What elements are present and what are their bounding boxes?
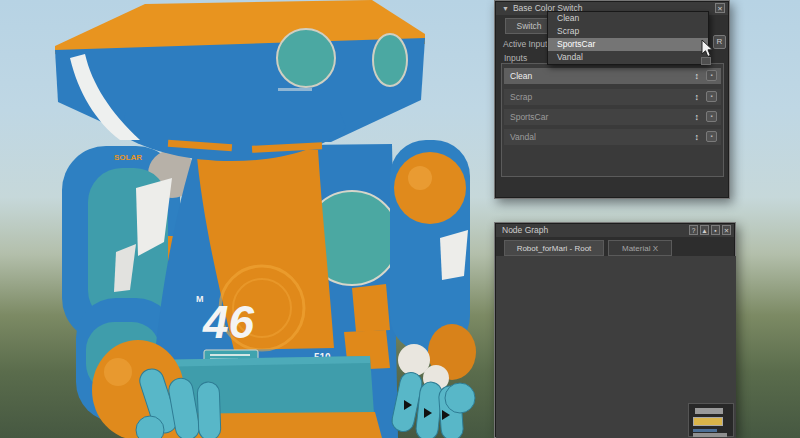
base-color-switch-panel: ▼Base Color Switch ✕ Switch Active Input… [494,0,730,199]
dropdown-item-vandal[interactable]: Vandal [548,51,708,64]
collapse-triangle-icon[interactable]: ▼ [502,5,509,12]
robot-right-arm[interactable] [390,140,476,438]
robot-head[interactable] [55,0,425,161]
row-menu-button[interactable]: ▪ [706,70,717,81]
arm-decal-text: SOLAR [114,153,142,162]
active-input-dropdown: Clean Scrap SportsCar Vandal [547,11,709,65]
inputs-groupbox: Clean ↕ ▪ Scrap ↕ ▪ SportsCar ↕ ▪ Vandal… [501,63,724,177]
race-number-decal: 46 [202,296,255,348]
help-icon[interactable]: ? [689,225,698,235]
dropdown-grip[interactable] [701,57,711,65]
input-row-sportscar[interactable]: SportsCar ↕ ▪ [504,109,721,125]
tab-robot-formari-root[interactable]: Robot_forMari - Root [504,240,604,256]
node-graph-minimap[interactable] [688,403,734,437]
spinner-icon[interactable]: ↕ [695,109,700,125]
input-row-label: Scrap [510,92,532,102]
row-menu-button[interactable]: ▪ [706,131,717,142]
input-row-label: Vandal [510,132,536,142]
reset-button[interactable]: R [713,35,726,49]
input-row-label: SportsCar [510,112,548,122]
node-graph-tabbar: Robot_forMari - Root Material X [496,237,734,257]
active-input-label: Active Input [503,39,547,49]
tab-switch[interactable]: Switch [505,18,553,34]
node-graph-titlebar[interactable]: Node Graph [496,224,734,237]
input-row-vandal[interactable]: Vandal ↕ ▪ [504,129,721,145]
dropdown-item-clean[interactable]: Clean [548,12,708,25]
close-icon[interactable]: ✕ [715,3,725,13]
app-window: SOLAR M 46 510 [0,0,800,438]
dropdown-item-scrap[interactable]: Scrap [548,25,708,38]
spinner-icon[interactable]: ↕ [695,68,700,84]
3d-viewport[interactable]: SOLAR M 46 510 [0,0,480,438]
input-row-scrap[interactable]: Scrap ↕ ▪ [504,89,721,105]
spinner-icon[interactable]: ↕ [695,89,700,105]
input-row-label: Clean [510,71,532,81]
inputs-label: Inputs [504,53,527,63]
node-graph-panel: Node Graph ? ▲ ▪ ✕ Robot_forMari - Root … [494,222,736,438]
dropdown-item-sportscar[interactable]: SportsCar [548,38,708,51]
pin-icon[interactable]: ▲ [700,225,709,235]
tab-material-x[interactable]: Material X [608,240,672,256]
mouse-cursor [701,39,714,58]
row-menu-button[interactable]: ▪ [706,111,717,122]
node-graph-title: Node Graph [502,225,548,235]
close-icon[interactable]: ✕ [722,225,731,235]
input-row-clean[interactable]: Clean ↕ ▪ [504,68,721,84]
float-icon[interactable]: ▪ [711,225,720,235]
spinner-icon[interactable]: ↕ [695,129,700,145]
row-menu-button[interactable]: ▪ [706,91,717,102]
